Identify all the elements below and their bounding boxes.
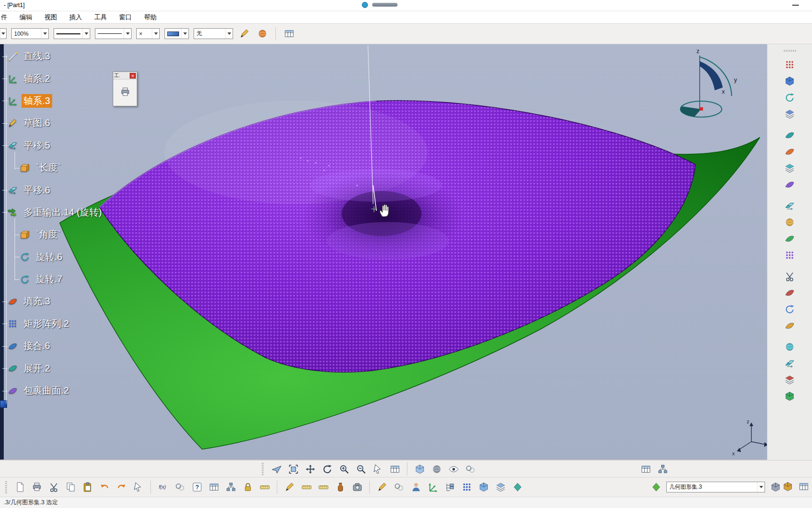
color-fill-icon[interactable] <box>256 27 269 40</box>
fill-surface-icon[interactable] <box>783 145 796 158</box>
graph-tool-icon[interactable] <box>639 462 652 476</box>
exit-workbench-icon[interactable] <box>769 481 782 494</box>
extract-icon[interactable] <box>783 319 796 332</box>
zoom-in-icon[interactable] <box>337 462 351 476</box>
layer-filter-icon[interactable] <box>494 481 507 494</box>
compass[interactable]: z y x <box>680 48 737 117</box>
scaling-icon[interactable] <box>783 389 796 403</box>
translate-icon[interactable] <box>783 357 796 370</box>
product-structure-icon[interactable] <box>224 481 237 494</box>
lock-icon[interactable] <box>241 481 254 494</box>
join-icon[interactable] <box>783 199 796 212</box>
tree-item-line-3[interactable]: 直线.3 <box>8 45 104 67</box>
menu-file[interactable]: 件 <box>1 13 8 22</box>
boundary-icon[interactable] <box>783 302 796 316</box>
menu-edit[interactable]: 编辑 <box>20 13 32 22</box>
offset-icon[interactable] <box>783 107 796 120</box>
measure-between-icon[interactable] <box>317 481 330 494</box>
knowledge-expert-icon[interactable] <box>511 481 524 494</box>
tree-item-join-6[interactable]: 接合.6 <box>8 335 104 357</box>
tree-item-multi-output-14[interactable]: 多重输出.14 (旋转) <box>8 201 104 223</box>
normal-view-icon[interactable] <box>371 462 384 476</box>
tree-item-axis-system-2[interactable]: 轴系.2 <box>8 67 104 89</box>
floating-toolbar-titlebar[interactable]: 工. × <box>113 72 137 79</box>
new-icon[interactable] <box>13 481 26 494</box>
grid-icon[interactable] <box>460 481 473 494</box>
minimize-icon[interactable] <box>792 5 799 6</box>
toolbar-grip[interactable] <box>5 481 7 493</box>
design-table-icon[interactable] <box>207 481 220 494</box>
split-icon[interactable] <box>783 270 796 283</box>
extrude-icon[interactable] <box>783 74 796 87</box>
zoom-combo[interactable]: 100% <box>11 28 49 39</box>
pen-icon[interactable] <box>283 481 296 494</box>
untrim-icon[interactable] <box>783 232 796 245</box>
scrubber-knob-icon[interactable] <box>362 2 368 8</box>
draft-analysis-icon[interactable] <box>392 481 406 494</box>
specification-tree-icon[interactable] <box>443 481 456 494</box>
extra-tool-icon[interactable] <box>781 480 794 493</box>
tree-item-wrap-surface-2[interactable]: 包裹曲面.2 <box>8 380 104 402</box>
tree-item-sketch-6[interactable]: 草图.6 <box>8 112 104 134</box>
catalog-browser-icon[interactable] <box>173 481 187 494</box>
multi-section-surface-icon[interactable] <box>783 161 796 175</box>
sketch-tracer-icon[interactable] <box>375 481 389 494</box>
insert-geometrical-set-icon[interactable] <box>649 481 663 494</box>
tree-item-translate-6[interactable]: 平移.6 <box>8 179 104 201</box>
tree-item-rotate-6[interactable]: 旋转.6 <box>20 246 104 268</box>
axis-system-icon[interactable] <box>426 481 439 494</box>
blend-icon[interactable] <box>783 178 796 191</box>
healing-icon[interactable] <box>783 215 796 229</box>
tree-item-rotate-7[interactable]: 旋转.7 <box>20 268 104 290</box>
tree-item-length-parameter[interactable]: `长度` <box>20 157 104 179</box>
shape-fillet-icon[interactable] <box>783 340 796 353</box>
manikin-icon[interactable] <box>409 481 422 494</box>
rotate-icon[interactable] <box>320 462 334 476</box>
toolbar-grip[interactable] <box>784 50 796 52</box>
undo-icon[interactable] <box>98 481 111 494</box>
close-icon[interactable]: × <box>130 73 136 79</box>
compass-anchor[interactable] <box>700 107 703 111</box>
layer-combo[interactable]: 无 <box>194 28 233 39</box>
line-type-combo[interactable] <box>95 28 132 39</box>
fit-all-in-icon[interactable] <box>287 462 300 476</box>
redo-icon[interactable] <box>115 481 128 494</box>
formula-icon[interactable] <box>156 481 170 494</box>
isometric-view-icon[interactable] <box>413 462 426 476</box>
grid-tool-icon[interactable] <box>656 462 669 476</box>
zoom-out-icon[interactable] <box>354 462 367 476</box>
fly-mode-icon[interactable] <box>270 462 283 476</box>
tools-palette-icon[interactable] <box>282 27 296 40</box>
extra-tool-icon[interactable] <box>797 480 810 493</box>
symmetry-icon[interactable] <box>783 373 796 386</box>
color-combo[interactable] <box>0 28 7 39</box>
print-icon[interactable] <box>30 481 43 494</box>
equivalent-dimensions-icon[interactable] <box>258 481 271 494</box>
disassemble-icon[interactable] <box>783 248 796 262</box>
menu-insert[interactable]: 插入 <box>70 13 82 22</box>
tree-item-unfold-2[interactable]: 展开.2 <box>8 357 104 379</box>
revolve-icon[interactable] <box>783 91 796 104</box>
geometrical-set-combo[interactable]: 几何图形集.3 <box>666 482 765 492</box>
apply-material-icon[interactable] <box>334 481 347 494</box>
3d-viewport[interactable]: z y x z x y 直线.3 <box>0 44 767 460</box>
whats-this-icon[interactable] <box>132 481 145 494</box>
copy-icon[interactable] <box>64 481 77 494</box>
tree-item-fill-3[interactable]: 填充.3 <box>8 290 104 312</box>
floating-tool-icon[interactable] <box>118 85 132 98</box>
point-symbol-combo[interactable]: × <box>136 28 160 39</box>
knowledge-inspector-icon[interactable] <box>190 481 203 494</box>
measure-item-icon[interactable] <box>300 481 313 494</box>
box-icon[interactable] <box>477 481 490 494</box>
tree-item-rectangular-pattern-2[interactable]: 矩形阵列.2 <box>8 313 104 335</box>
menu-view[interactable]: 视图 <box>45 13 57 22</box>
shading-icon[interactable] <box>430 462 443 476</box>
sweep-icon[interactable] <box>783 128 796 142</box>
capture-icon[interactable] <box>351 481 364 494</box>
trim-icon[interactable] <box>783 286 796 299</box>
hide-show-icon[interactable] <box>447 462 460 476</box>
tree-item-axis-system-3[interactable]: 轴系.3 <box>8 90 104 112</box>
line-weight-combo[interactable] <box>54 28 90 39</box>
floating-toolbar[interactable]: 工. × <box>113 71 137 106</box>
menu-help[interactable]: 帮助 <box>144 13 157 22</box>
